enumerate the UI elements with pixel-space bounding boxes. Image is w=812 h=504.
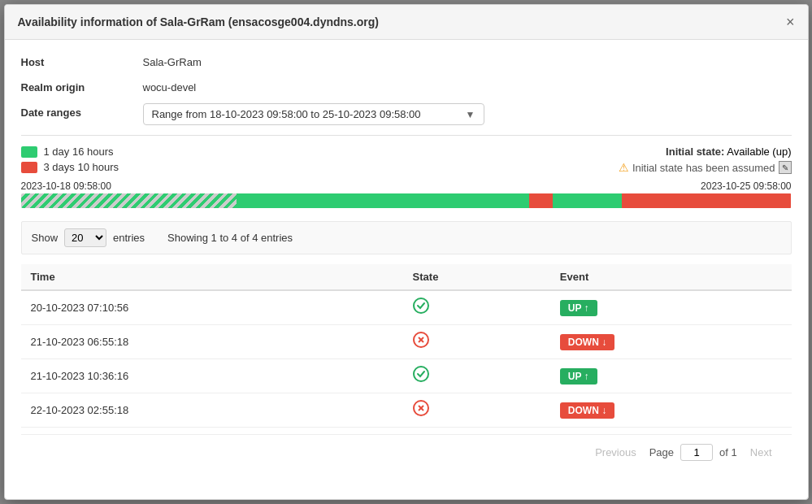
legend-color-red bbox=[21, 162, 37, 173]
state-ok-icon bbox=[413, 301, 429, 317]
legend-area: 1 day 16 hours 3 days 10 hours Initial s… bbox=[21, 146, 792, 174]
modal-body: Host Sala-GrRam Realm origin wocu-devel … bbox=[5, 40, 808, 483]
timeline-striped-segment bbox=[21, 193, 237, 208]
legend-label-green: 1 day 16 hours bbox=[44, 146, 114, 158]
timeline-end: 2023-10-25 09:58:00 bbox=[701, 180, 791, 192]
show-label: Show bbox=[32, 232, 59, 244]
controls-row: Show 10 20 50 100 entries Showing 1 to 4… bbox=[21, 221, 792, 254]
table-container: Time State Event 20-10-2023 07:10:56UP ↑… bbox=[21, 264, 792, 428]
modal-header: Availability information of Sala-GrRam (… bbox=[5, 5, 808, 40]
of-label: of 1 bbox=[719, 446, 737, 458]
entries-label: entries bbox=[113, 232, 145, 244]
initial-state-label: Initial state: bbox=[666, 146, 724, 158]
timeline-green-segment bbox=[237, 193, 529, 208]
initial-state-value: Available (up) bbox=[727, 146, 791, 158]
close-button[interactable]: × bbox=[786, 15, 795, 29]
info-grid: Host Sala-GrRam Realm origin wocu-devel … bbox=[21, 53, 792, 125]
table-row: 21-10-2023 06:55:18DOWN ↓ bbox=[21, 325, 792, 359]
showing-info: Showing 1 to 4 of 4 entries bbox=[167, 232, 293, 244]
cell-time: 20-10-2023 07:10:56 bbox=[21, 290, 403, 325]
state-err-icon bbox=[413, 335, 429, 351]
table-body: 20-10-2023 07:10:56UP ↑21-10-2023 06:55:… bbox=[21, 290, 792, 428]
cell-event: DOWN ↓ bbox=[550, 325, 792, 359]
pagination-bar: Previous Page of 1 Next bbox=[21, 434, 792, 470]
table-header-row: Time State Event bbox=[21, 264, 792, 290]
cell-state bbox=[403, 325, 550, 359]
timeline-red-small-segment bbox=[529, 193, 552, 208]
cell-time: 21-10-2023 06:55:18 bbox=[21, 325, 403, 359]
state-err-icon bbox=[413, 403, 429, 419]
warning-icon: ⚠ bbox=[619, 161, 629, 174]
legend-item-red: 3 days 10 hours bbox=[21, 161, 119, 173]
table-row: 21-10-2023 10:36:16UP ↑ bbox=[21, 359, 792, 393]
timeline-green2-segment bbox=[553, 193, 622, 208]
legend-color-green bbox=[21, 146, 37, 158]
col-header-state: State bbox=[403, 264, 550, 290]
initial-state-assumed: ⚠ Initial state has been assumed ✎ bbox=[619, 161, 792, 174]
svg-point-4 bbox=[414, 367, 428, 381]
entries-select[interactable]: 10 20 50 100 bbox=[64, 228, 106, 247]
host-label: Host bbox=[21, 53, 143, 72]
previous-button[interactable]: Previous bbox=[588, 443, 643, 462]
cell-time: 21-10-2023 10:36:16 bbox=[21, 359, 403, 393]
event-badge: UP ↑ bbox=[560, 300, 597, 316]
timeline-red-segment bbox=[622, 193, 792, 208]
table-head: Time State Event bbox=[21, 264, 792, 290]
legend-item-green: 1 day 16 hours bbox=[21, 146, 119, 158]
state-ok-icon bbox=[413, 369, 429, 385]
date-range-select[interactable]: Range from 18-10-2023 09:58:00 to 25-10-… bbox=[143, 103, 484, 125]
page-number-input[interactable] bbox=[680, 444, 713, 461]
date-range-text: Range from 18-10-2023 09:58:00 to 25-10-… bbox=[152, 108, 421, 120]
availability-table: Time State Event 20-10-2023 07:10:56UP ↑… bbox=[21, 264, 792, 428]
svg-point-0 bbox=[414, 298, 428, 313]
cell-state bbox=[403, 290, 550, 325]
date-ranges-label: Date ranges bbox=[21, 103, 143, 125]
timeline-start: 2023-10-18 09:58:00 bbox=[21, 180, 111, 192]
legend-items: 1 day 16 hours 3 days 10 hours bbox=[21, 146, 119, 173]
availability-modal: Availability information of Sala-GrRam (… bbox=[4, 4, 809, 500]
cell-event: UP ↑ bbox=[550, 290, 792, 325]
realm-value: wocu-devel bbox=[143, 78, 792, 97]
modal-title: Availability information of Sala-GrRam (… bbox=[18, 15, 379, 28]
realm-label: Realm origin bbox=[21, 78, 143, 97]
event-badge: UP ↑ bbox=[560, 368, 597, 385]
initial-state-line: Initial state: Available (up) bbox=[619, 146, 792, 158]
col-header-event: Event bbox=[550, 264, 792, 290]
assumed-icon: ✎ bbox=[779, 161, 792, 174]
event-badge: DOWN ↓ bbox=[560, 402, 614, 419]
event-badge: DOWN ↓ bbox=[560, 334, 614, 350]
cell-state bbox=[403, 393, 550, 428]
timeline-labels: 2023-10-18 09:58:00 2023-10-25 09:58:00 bbox=[21, 180, 792, 192]
initial-state-box: Initial state: Available (up) ⚠ Initial … bbox=[619, 146, 792, 174]
col-header-time: Time bbox=[21, 264, 403, 290]
timeline-bar bbox=[21, 193, 792, 208]
divider bbox=[21, 135, 792, 136]
assumed-text: Initial state has been assumed bbox=[632, 162, 775, 174]
host-value: Sala-GrRam bbox=[143, 53, 792, 72]
cell-state bbox=[403, 359, 550, 393]
chevron-down-icon: ▼ bbox=[466, 109, 475, 120]
cell-event: UP ↑ bbox=[550, 359, 792, 393]
cell-time: 22-10-2023 02:55:18 bbox=[21, 393, 403, 428]
legend-label-red: 3 days 10 hours bbox=[44, 161, 119, 173]
table-row: 20-10-2023 07:10:56UP ↑ bbox=[21, 290, 792, 325]
table-row: 22-10-2023 02:55:18DOWN ↓ bbox=[21, 393, 792, 428]
page-label: Page bbox=[649, 446, 674, 458]
cell-event: DOWN ↓ bbox=[550, 393, 792, 428]
next-button[interactable]: Next bbox=[744, 443, 779, 462]
